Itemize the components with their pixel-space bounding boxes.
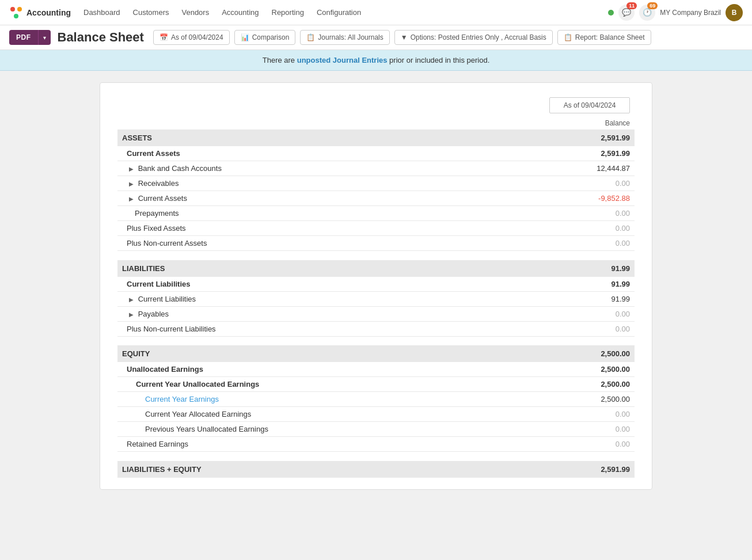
nav-vendors[interactable]: Vendors [176,5,215,20]
col-header-date: As of 09/04/2024 [480,94,635,116]
current-liabilities-row-label: ▶ Current Liabilities [117,291,480,306]
svg-point-2 [14,14,18,18]
filter-report[interactable]: 📋 Report: Balance Sheet [557,30,651,45]
nav-configuration[interactable]: Configuration [311,5,367,20]
filter-journals-label: Journals: All Journals [318,33,383,41]
current-assets-total: 2,591.99 [480,146,635,161]
unallocated-earnings-total: 2,500.00 [480,362,635,377]
liabilities-label: LIABILITIES [117,260,480,277]
current-assets-row[interactable]: ▶ Current Assets -9,852.88 [117,191,635,206]
app-logo[interactable]: Accounting [9,6,71,20]
main-nav: Dashboard Customers Vendors Accounting R… [78,5,603,20]
toolbar: PDF ▾ Balance Sheet 📅 As of 09/04/2024 📊… [0,25,752,50]
activity-button[interactable]: 🕐 69 [639,5,655,21]
messages-button[interactable]: 💬 11 [618,5,635,21]
plus-fixed-assets-label: Plus Fixed Assets [117,221,480,236]
chart-icon: 📊 [241,33,249,41]
expand-arrow-icon: ▶ [129,166,134,172]
nav-reporting[interactable]: Reporting [266,5,310,20]
brand-label: Accounting [26,8,71,17]
messages-badge: 11 [626,2,637,9]
journal-icon: 📋 [306,33,315,41]
equity-section-header: EQUITY 2,500.00 [117,345,635,362]
previous-years-unallocated-row: Previous Years Unallocated Earnings 0.00 [117,422,635,437]
gap-2 [117,336,635,345]
current-year-unallocated-label: Current Year Unallocated Earnings [117,377,480,392]
liabilities-section-header: LIABILITIES 91.99 [117,260,635,277]
filter-options[interactable]: ▼ Options: Posted Entries Only , Accrual… [394,30,553,45]
current-assets-row-label: ▶ Current Assets [117,191,480,206]
filter-comparison-label: Comparison [252,33,290,41]
plus-noncurrent-liabilities-amount: 0.00 [480,321,635,336]
bank-cash-row[interactable]: ▶ Bank and Cash Accounts 12,444.87 [117,161,635,176]
plus-fixed-assets-row: Plus Fixed Assets 0.00 [117,221,635,236]
plus-noncurrent-liabilities-row: Plus Non-current Liabilities 0.00 [117,321,635,336]
prepayments-label: Prepayments [117,206,480,221]
filter-journals[interactable]: 📋 Journals: All Journals [300,30,389,45]
pdf-dropdown-button[interactable]: ▾ [38,30,51,45]
filter-funnel-icon: ▼ [401,33,408,41]
nav-dashboard[interactable]: Dashboard [78,5,126,20]
pdf-button-group: PDF ▾ [9,30,51,45]
current-year-earnings-row[interactable]: Current Year Earnings 2,500.00 [117,392,635,407]
bank-cash-amount: 12,444.87 [480,161,635,176]
filter-options-label: Options: Posted Entries Only , Accrual B… [411,33,546,41]
main-content: As of 09/04/2024 Balance ASSETS 2,591.99… [0,71,752,501]
balance-column-label: Balance [480,116,635,129]
plus-noncurrent-assets-label: Plus Non-current Assets [117,236,480,251]
balance-label-row: Balance [117,116,635,129]
current-assets-total-row: Current Assets 2,591.99 [117,146,635,161]
date-header-cell: As of 09/04/2024 [549,97,630,113]
filter-comparison[interactable]: 📊 Comparison [234,30,296,45]
odoo-logo-icon [9,6,23,20]
unposted-entries-link[interactable]: unposted Journal Entries [297,56,388,64]
pdf-button[interactable]: PDF [9,30,38,45]
current-assets-row-amount: -9,852.88 [480,191,635,206]
user-avatar[interactable]: B [726,4,743,21]
plus-noncurrent-liabilities-label: Plus Non-current Liabilities [117,321,480,336]
receivables-amount: 0.00 [480,176,635,191]
assets-label: ASSETS [117,129,480,146]
receivables-row[interactable]: ▶ Receivables 0.00 [117,176,635,191]
prepayments-row: Prepayments 0.00 [117,206,635,221]
current-liabilities-total-row: Current Liabilities 91.99 [117,277,635,292]
current-year-allocated-row: Current Year Allocated Earnings 0.00 [117,407,635,422]
company-name: MY Company Brazil [660,9,721,17]
current-year-unallocated-total: 2,500.00 [480,377,635,392]
nav-customers[interactable]: Customers [127,5,175,20]
payables-row[interactable]: ▶ Payables 0.00 [117,306,635,321]
page-title: Balance Sheet [58,30,144,45]
svg-point-1 [17,7,22,12]
filter-date[interactable]: 📅 As of 09/04/2024 [153,30,230,45]
receivables-label: ▶ Receivables [117,176,480,191]
plus-fixed-assets-amount: 0.00 [480,221,635,236]
bank-cash-label: ▶ Bank and Cash Accounts [117,161,480,176]
current-assets-label: Current Assets [117,146,480,161]
report-container: As of 09/04/2024 Balance ASSETS 2,591.99… [100,82,652,490]
retained-earnings-label: Retained Earnings [117,437,480,452]
current-year-allocated-amount: 0.00 [480,407,635,422]
current-liabilities-row[interactable]: ▶ Current Liabilities 91.99 [117,291,635,306]
prepayments-amount: 0.00 [480,206,635,221]
current-liabilities-label: Current Liabilities [117,277,480,292]
equity-label: EQUITY [117,345,480,362]
activity-badge: 69 [647,2,658,9]
payables-label: ▶ Payables [117,306,480,321]
liabilities-total: 91.99 [480,260,635,277]
liabilities-equity-total: 2,591.99 [480,461,635,478]
unallocated-earnings-total-row: Unallocated Earnings 2,500.00 [117,362,635,377]
retained-earnings-row: Retained Earnings 0.00 [117,437,635,452]
liabilities-equity-label: LIABILITIES + EQUITY [117,461,480,478]
assets-section-header: ASSETS 2,591.99 [117,129,635,146]
liabilities-equity-row: LIABILITIES + EQUITY 2,591.99 [117,461,635,478]
empty-cell [117,116,480,129]
current-year-unallocated-row: Current Year Unallocated Earnings 2,500.… [117,377,635,392]
current-liabilities-row-amount: 91.99 [480,291,635,306]
expand-arrow-icon: ▶ [129,196,134,202]
nav-accounting[interactable]: Accounting [216,5,264,20]
plus-noncurrent-assets-row: Plus Non-current Assets 0.00 [117,236,635,251]
filter-report-label: Report: Balance Sheet [575,33,645,41]
alert-banner: There are unposted Journal Entries prior… [0,50,752,71]
equity-total: 2,500.00 [480,345,635,362]
retained-earnings-amount: 0.00 [480,437,635,452]
